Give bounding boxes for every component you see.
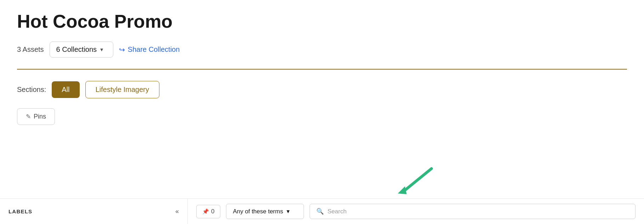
labels-section: LABELS « bbox=[0, 199, 188, 224]
collapse-labels-button[interactable]: « bbox=[175, 208, 179, 215]
pins-count-button[interactable]: 📌 0 bbox=[196, 205, 220, 218]
terms-chevron-icon: ▾ bbox=[287, 208, 290, 215]
sections-row: Sections: All Lifestyle Imagery bbox=[17, 81, 627, 98]
collections-dropdown[interactable]: 6 Collections ▾ bbox=[50, 42, 113, 58]
pins-label: Pins bbox=[34, 113, 46, 120]
assets-count: 3 Assets bbox=[17, 45, 44, 54]
search-icon: 🔍 bbox=[316, 208, 324, 215]
section-lifestyle-button[interactable]: Lifestyle Imagery bbox=[85, 81, 159, 98]
search-bar[interactable]: 🔍 Search bbox=[310, 204, 635, 219]
svg-marker-1 bbox=[398, 186, 407, 194]
section-divider bbox=[17, 69, 627, 70]
share-collection-label: Share Collection bbox=[128, 45, 180, 54]
page-title: Hot Cocoa Promo bbox=[17, 11, 627, 32]
pins-button[interactable]: ✎ Pins bbox=[17, 108, 55, 125]
chevron-down-icon: ▾ bbox=[100, 46, 103, 53]
search-placeholder: Search bbox=[327, 208, 346, 215]
labels-heading: LABELS bbox=[9, 208, 32, 214]
svg-line-0 bbox=[403, 169, 431, 192]
section-all-button[interactable]: All bbox=[52, 81, 79, 98]
filter-section: 📌 0 Any of these terms ▾ 🔍 Search bbox=[188, 199, 644, 224]
collections-label: 6 Collections bbox=[56, 45, 97, 54]
pins-count-value: 0 bbox=[211, 208, 214, 215]
pin-icon: ✎ bbox=[26, 113, 31, 120]
pin-filter-icon: 📌 bbox=[202, 208, 209, 215]
share-icon: ↪ bbox=[119, 45, 125, 54]
header-row: 3 Assets 6 Collections ▾ ↪ Share Collect… bbox=[17, 42, 627, 58]
annotation-arrow bbox=[396, 165, 439, 198]
share-collection-button[interactable]: ↪ Share Collection bbox=[119, 44, 180, 55]
terms-label: Any of these terms bbox=[233, 208, 283, 215]
bottom-bar: LABELS « 📌 0 Any of these terms ▾ 🔍 Sear… bbox=[0, 198, 644, 224]
sections-label: Sections: bbox=[17, 86, 46, 94]
terms-dropdown[interactable]: Any of these terms ▾ bbox=[226, 204, 304, 219]
